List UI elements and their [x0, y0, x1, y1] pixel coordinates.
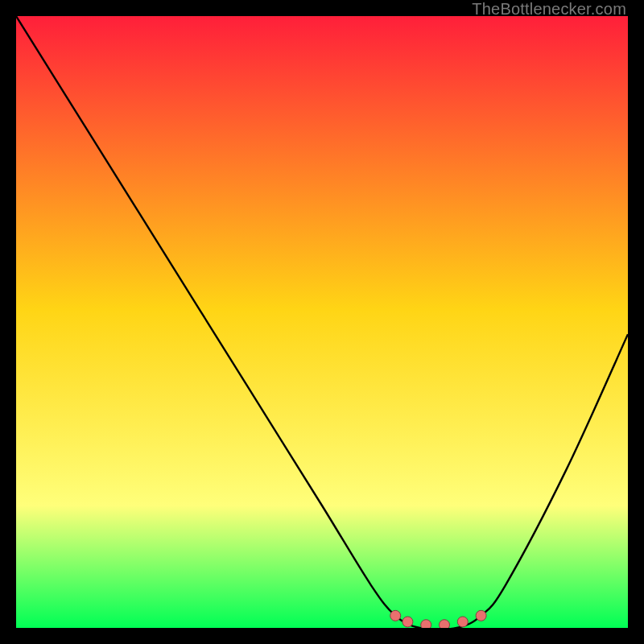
optimal-marker [440, 620, 450, 628]
optimal-marker [390, 610, 401, 621]
outer-frame: TheBottlenecker.com [0, 0, 644, 644]
attribution-label: TheBottlenecker.com [472, 0, 626, 19]
optimal-marker [457, 617, 468, 627]
plot-canvas [16, 16, 628, 628]
optimal-marker [402, 617, 413, 627]
plot-area [16, 16, 628, 628]
gradient-background [16, 16, 628, 628]
optimal-marker [421, 620, 431, 628]
optimal-marker [476, 610, 486, 621]
